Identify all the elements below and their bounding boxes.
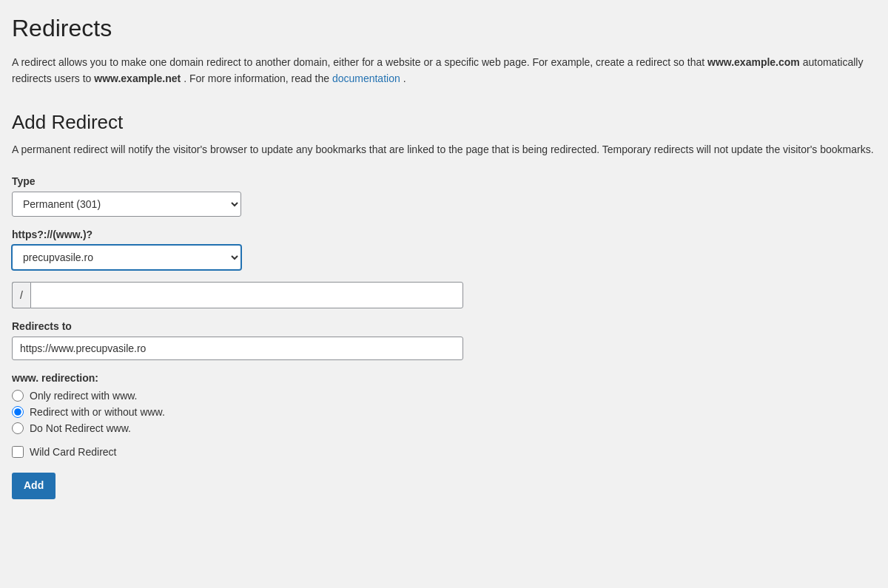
intro-part3: . For more information, read the xyxy=(184,72,329,84)
redirects-to-field-group: Redirects to xyxy=(12,320,876,360)
page-title: Redirects xyxy=(12,15,876,42)
wildcard-label[interactable]: Wild Card Redirect xyxy=(30,446,116,458)
wildcard-checkbox-group: Wild Card Redirect xyxy=(12,446,876,458)
intro-part4: . xyxy=(403,72,406,84)
path-input[interactable] xyxy=(30,282,463,308)
section-title: Add Redirect xyxy=(12,111,876,134)
www-label: www. redirection: xyxy=(12,372,876,384)
type-field-group: Type Permanent (301)Temporary (302) xyxy=(12,175,876,217)
radio-do-not-text: Do Not Redirect www. xyxy=(30,422,131,434)
radio-with-or-without[interactable] xyxy=(12,406,24,418)
intro-bold2: www.example.net xyxy=(94,72,181,84)
add-button[interactable]: Add xyxy=(12,473,56,499)
section-description: A permanent redirect will notify the vis… xyxy=(12,141,876,158)
www-redirection-group: www. redirection: Only redirect with www… xyxy=(12,372,876,434)
documentation-link[interactable]: documentation xyxy=(332,72,400,84)
path-prefix: / xyxy=(12,282,30,308)
domain-label: https?://(www.)? xyxy=(12,229,876,240)
redirects-to-label: Redirects to xyxy=(12,320,876,332)
radio-only-label[interactable]: Only redirect with www. xyxy=(12,390,876,402)
redirects-to-input[interactable] xyxy=(12,337,463,360)
path-field-group: / xyxy=(12,282,876,308)
path-row: / xyxy=(12,282,463,308)
radio-group: Only redirect with www. Redirect with or… xyxy=(12,390,876,434)
radio-with-or-without-text: Redirect with or without www. xyxy=(30,406,165,418)
domain-field-group: https?://(www.)? precupvasile.roexample.… xyxy=(12,229,876,270)
intro-bold1: www.example.com xyxy=(707,56,800,68)
type-label: Type xyxy=(12,175,876,187)
radio-only-text: Only redirect with www. xyxy=(30,390,137,402)
radio-do-not-label[interactable]: Do Not Redirect www. xyxy=(12,422,876,434)
intro-paragraph: A redirect allows you to make one domain… xyxy=(12,54,876,87)
domain-select[interactable]: precupvasile.roexample.com xyxy=(12,245,241,270)
radio-do-not[interactable] xyxy=(12,422,24,434)
radio-only[interactable] xyxy=(12,390,24,402)
radio-with-or-without-label[interactable]: Redirect with or without www. xyxy=(12,406,876,418)
intro-part1: A redirect allows you to make one domain… xyxy=(12,56,704,68)
type-select[interactable]: Permanent (301)Temporary (302) xyxy=(12,192,241,217)
wildcard-checkbox[interactable] xyxy=(12,446,24,458)
